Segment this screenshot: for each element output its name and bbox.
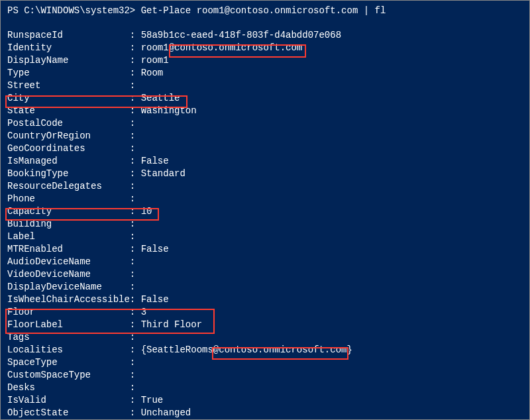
property-key: CountryOrRegion: [7, 130, 130, 142]
colon-separator: :: [130, 394, 141, 407]
output-row: GeoCoordinates :: [7, 142, 523, 155]
output-row: AudioDeviceName :: [7, 256, 523, 268]
property-key: ObjectState: [7, 407, 130, 419]
output-row: IsWheelChairAccessible: False: [7, 293, 523, 306]
colon-separator: :: [130, 407, 141, 419]
output-row: MTREnabled : False: [7, 243, 523, 256]
colon-separator: :: [130, 67, 141, 79]
output-row: Capacity : 10: [7, 205, 523, 218]
property-key: DisplayName: [7, 54, 130, 67]
colon-separator: :: [130, 344, 141, 356]
command-output: RunspaceId : 58a9b1cc-eaed-418f-803f-d4a…: [7, 29, 523, 419]
property-value: False: [141, 294, 169, 305]
colon-separator: :: [130, 142, 141, 155]
property-key: Desks: [7, 382, 130, 394]
colon-separator: :: [130, 193, 141, 205]
property-key: BookingType: [7, 168, 130, 180]
property-key: MTREnabled: [7, 243, 130, 256]
colon-separator: :: [130, 130, 141, 142]
property-value: 58a9b1cc-eaed-418f-803f-d4abdd07e068: [141, 30, 341, 40]
property-value: False: [141, 244, 169, 254]
property-key: Localities: [7, 344, 130, 356]
output-row: Tags :: [7, 331, 523, 344]
colon-separator: :: [130, 117, 141, 130]
property-value: Standard: [141, 168, 186, 179]
property-key: Identity: [7, 42, 130, 54]
output-row: CountryOrRegion :: [7, 130, 523, 142]
colon-separator: :: [130, 331, 141, 344]
colon-separator: :: [130, 293, 141, 306]
property-value: Unchanged: [141, 407, 191, 418]
property-key: ResourceDelegates: [7, 180, 130, 193]
property-key: Street: [7, 79, 130, 92]
output-row: Floor : 3: [7, 306, 523, 319]
property-value: room1@contoso.onmicrosoft.com: [141, 42, 303, 53]
output-row: Phone :: [7, 193, 523, 205]
colon-separator: :: [130, 205, 141, 218]
output-row: ResourceDelegates :: [7, 180, 523, 193]
colon-separator: :: [130, 218, 141, 231]
colon-separator: :: [130, 382, 141, 394]
colon-separator: :: [130, 356, 141, 369]
property-value: room1: [141, 55, 169, 66]
output-row: ObjectState : Unchanged: [7, 407, 523, 419]
colon-separator: :: [130, 180, 141, 193]
output-row: IsManaged : False: [7, 155, 523, 168]
property-value: {SeattleRooms@contoso.onmicrosoft.com}: [141, 344, 352, 355]
colon-separator: :: [130, 42, 141, 54]
output-row: RunspaceId : 58a9b1cc-eaed-418f-803f-d4a…: [7, 29, 523, 42]
property-key: DisplayDeviceName: [7, 281, 130, 293]
property-key: PostalCode: [7, 117, 130, 130]
output-row: Label :: [7, 231, 523, 243]
property-value: Seattle: [141, 93, 180, 103]
output-row: Street :: [7, 79, 523, 92]
command-text: Get-Place room1@contoso.onmicrosoft.com …: [141, 5, 386, 16]
colon-separator: :: [130, 79, 141, 92]
colon-separator: :: [130, 268, 141, 281]
colon-separator: :: [130, 29, 141, 42]
output-row: DisplayDeviceName :: [7, 281, 523, 293]
output-row: FloorLabel : Third Floor: [7, 319, 523, 331]
output-row: VideoDeviceName :: [7, 268, 523, 281]
output-row: CustomSpaceType :: [7, 369, 523, 382]
property-key: Capacity: [7, 205, 130, 218]
prompt-prefix: PS C:\WINDOWS\system32>: [7, 5, 141, 16]
output-row: Identity : room1@contoso.onmicrosoft.com: [7, 42, 523, 54]
output-row: Localities : {SeattleRooms@contoso.onmic…: [7, 344, 523, 356]
property-key: Floor: [7, 306, 130, 319]
colon-separator: :: [130, 256, 141, 268]
property-key: State: [7, 105, 130, 117]
output-row: DisplayName : room1: [7, 54, 523, 67]
property-key: City: [7, 92, 130, 105]
property-key: Type: [7, 67, 130, 79]
colon-separator: :: [130, 155, 141, 168]
colon-separator: :: [130, 54, 141, 67]
colon-separator: :: [130, 105, 141, 117]
property-key: Label: [7, 231, 130, 243]
property-key: IsManaged: [7, 155, 130, 168]
property-value: Third Floor: [141, 319, 202, 330]
property-key: VideoDeviceName: [7, 268, 130, 281]
property-key: SpaceType: [7, 356, 130, 369]
property-value: True: [141, 395, 164, 405]
output-row: PostalCode :: [7, 117, 523, 130]
property-key: CustomSpaceType: [7, 369, 130, 382]
output-row: BookingType : Standard: [7, 168, 523, 180]
property-value: 10: [141, 206, 152, 217]
command-prompt-line[interactable]: PS C:\WINDOWS\system32> Get-Place room1@…: [7, 5, 523, 17]
colon-separator: :: [130, 281, 141, 293]
colon-separator: :: [130, 319, 141, 331]
property-value: Room: [141, 68, 164, 78]
output-row: State : Washington: [7, 105, 523, 117]
output-row: Building :: [7, 218, 523, 231]
property-key: Building: [7, 218, 130, 231]
output-row: Type : Room: [7, 67, 523, 79]
property-key: FloorLabel: [7, 319, 130, 331]
property-key: AudioDeviceName: [7, 256, 130, 268]
colon-separator: :: [130, 92, 141, 105]
output-row: IsValid : True: [7, 394, 523, 407]
property-key: IsWheelChairAccessible: [7, 293, 130, 306]
colon-separator: :: [130, 306, 141, 319]
colon-separator: :: [130, 168, 141, 180]
output-row: City : Seattle: [7, 92, 523, 105]
